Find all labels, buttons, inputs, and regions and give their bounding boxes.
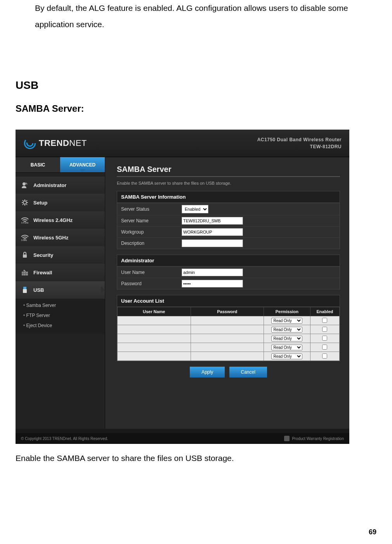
trendnet-swirl-icon [23,137,36,150]
nav-label: USB [33,287,44,293]
mode-tabs: BASIC ADVANCED [16,157,105,173]
admin-password-input[interactable] [182,280,243,288]
nav-label: Administrator [33,182,66,188]
subnav-ftp-server[interactable]: FTP Server [16,310,105,321]
svg-point-2 [23,182,26,185]
usb-submenu: Samba Server FTP Server Eject Device [16,299,105,334]
table-row: Read Only [118,343,340,352]
acct-password-input[interactable] [193,327,261,332]
samba-info-panel: SAMBA Server Information Server Status E… [117,191,340,249]
svg-text:2.4 GHz: 2.4 GHz [21,222,29,224]
page-description: Enable the SAMBA server to share the fil… [117,181,340,185]
panel-heading: User Account List [117,295,340,307]
server-status-select[interactable]: Enabled [182,205,208,213]
svg-rect-6 [23,255,27,258]
acct-permission-select[interactable]: Read Only [271,336,302,341]
tab-advanced[interactable]: ADVANCED [60,157,105,173]
admin-username-input[interactable] [182,269,243,276]
workgroup-input[interactable] [182,228,243,236]
acct-enabled-checkbox[interactable] [322,336,327,341]
acct-enabled-checkbox[interactable] [322,353,327,359]
server-name-input[interactable] [182,217,243,225]
firewall-icon [20,268,29,277]
nav-usb[interactable]: USB [16,281,105,299]
col-username: User Name [118,307,191,316]
model-line2: TEW-812DRU [257,143,342,150]
acct-enabled-checkbox[interactable] [322,345,327,350]
wifi-icon: 5 GHz [20,233,29,242]
acct-enabled-checkbox[interactable] [322,318,327,323]
panel-heading: Administrator [117,255,340,267]
table-row: Read Only [118,334,340,343]
server-status-label: Server Status [117,204,179,214]
acct-permission-select[interactable]: Read Only [271,345,302,350]
nav-administrator[interactable]: Administrator [16,177,105,194]
nav-label: Wireless 5GHz [33,235,68,241]
page-number: 69 [369,528,376,536]
acct-username-input[interactable] [120,354,188,359]
nav-label: Wireless 2.4GHz [33,217,73,223]
acct-permission-select[interactable]: Read Only [271,327,302,333]
acct-password-input[interactable] [193,345,261,350]
router-header: TRENDNET AC1750 Dual Band Wireless Route… [16,130,349,157]
heading-usb: USB [16,79,376,92]
acct-username-input[interactable] [120,327,188,332]
table-row: Read Only [118,325,340,334]
wifi-icon: 2.4 GHz [20,215,29,225]
acct-password-input[interactable] [193,318,261,323]
description-input[interactable] [182,239,243,247]
copyright-text: © Copyright 2013 TRENDnet. All Rights Re… [21,437,108,441]
document-icon [284,436,290,441]
acct-username-input[interactable] [120,336,188,341]
nav-label: Setup [33,200,47,206]
cancel-button[interactable]: Cancel [229,367,267,378]
user-wrench-icon [20,180,29,190]
warranty-link[interactable]: Product Warranty Registration [284,436,344,441]
router-footer: © Copyright 2013 TRENDnet. All Rights Re… [16,433,349,444]
admin-username-label: User Name [117,267,179,277]
svg-rect-9 [23,289,27,293]
tab-basic[interactable]: BASIC [16,157,60,173]
main-panel: SAMBA Server Enable the SAMBA server to … [105,157,349,429]
server-name-label: Server Name [117,216,179,226]
sidebar: BASIC ADVANCED Administrator Setup 2.4 G… [16,157,105,429]
subnav-samba-server[interactable]: Samba Server [16,300,105,310]
acct-enabled-checkbox[interactable] [322,327,327,332]
intro-paragraph: By default, the ALG feature is enabled. … [35,0,349,33]
svg-point-0 [24,138,35,148]
user-account-panel: User Account List User Name Password Per… [117,295,340,361]
user-account-table: User Name Password Permission Enabled Re… [117,307,340,361]
table-row: Read Only [118,316,340,325]
nav-label: Firewall [33,270,52,275]
table-row: Read Only [118,352,340,361]
acct-password-input[interactable] [193,336,261,341]
nav-setup[interactable]: Setup [16,194,105,211]
nav-wireless-5[interactable]: 5 GHz Wireless 5GHz [16,229,105,246]
svg-text:5 GHz: 5 GHz [21,239,27,241]
acct-password-input[interactable] [193,354,261,359]
page-title: SAMBA Server [117,165,340,177]
gear-icon [20,198,29,207]
panel-heading: SAMBA Server Information [117,191,340,203]
apply-button[interactable]: Apply [190,367,225,378]
col-permission: Permission [264,307,310,316]
model-line1: AC1750 Dual Band Wireless Router [257,136,342,143]
acct-permission-select[interactable]: Read Only [271,318,302,324]
screenshot-caption: Enable the SAMBA server to share the fil… [16,454,376,463]
model-info: AC1750 Dual Band Wireless Router TEW-812… [257,136,342,150]
subnav-eject-device[interactable]: Eject Device [16,321,105,331]
usb-icon [20,285,29,295]
acct-username-input[interactable] [120,318,188,323]
acct-permission-select[interactable]: Read Only [271,353,302,359]
admin-password-label: Password [117,279,179,289]
brand-logo: TRENDNET [23,137,87,150]
nav-security[interactable]: Security [16,246,105,264]
nav-firewall[interactable]: Firewall [16,264,105,281]
col-password: Password [191,307,264,316]
svg-rect-8 [23,287,26,289]
svg-point-3 [23,201,26,204]
administrator-panel: Administrator User Name Password [117,255,340,289]
warranty-label: Product Warranty Registration [292,437,344,441]
acct-username-input[interactable] [120,345,188,350]
nav-wireless-24[interactable]: 2.4 GHz Wireless 2.4GHz [16,211,105,229]
